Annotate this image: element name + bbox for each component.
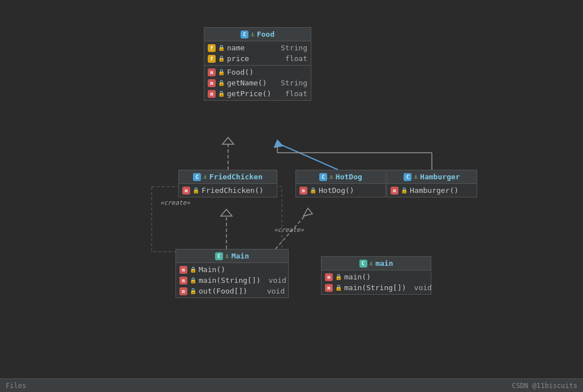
main-small-method-main-string: m 🔒 main(String[]) void [325, 282, 427, 293]
main-methods: m 🔒 Main() m 🔒 main(String[]) void m 🔒 o… [176, 263, 288, 298]
bottom-bar: Files CSDN @11biscuits [0, 378, 583, 392]
main-header: C ⚓ Main [176, 249, 288, 263]
friedchicken-constructor: m 🔒 FriedChicken() [182, 185, 273, 196]
svg-marker-1 [222, 137, 234, 144]
food-method-getname: m 🔒 getName() String [208, 77, 307, 88]
hamburger-class: C ⚓ Hamburger m 🔒 Hamburger() [387, 170, 477, 197]
main-small-header: C ⚓ main [321, 257, 431, 270]
food-fields: f 🔒 name String f 🔒 price float [204, 41, 311, 66]
friedchicken-class-name: FriedChicken [209, 173, 263, 181]
hamburger-methods: m 🔒 Hamburger() [387, 184, 477, 197]
files-label: Files [6, 382, 26, 390]
food-class-badge: C [241, 31, 248, 38]
hotdog-methods: m 🔒 HotDog() [296, 184, 385, 197]
hotdog-header: C ⚓ HotDog [296, 170, 385, 184]
food-header: C ⚓ Food [204, 28, 311, 41]
hotdog-class-name: HotDog [336, 173, 362, 181]
hotdog-constructor: m 🔒 HotDog() [299, 185, 382, 196]
food-anchor-icon: ⚓ [251, 31, 255, 38]
food-methods: m 🔒 Food() m 🔒 getName() String m 🔒 getP… [204, 66, 311, 100]
main-class: C ⚓ Main m 🔒 Main() m 🔒 main(String[]) v… [175, 249, 289, 298]
food-field-name: f 🔒 name String [208, 42, 307, 53]
friedchicken-class: C ⚓ FriedChicken m 🔒 FriedChicken() [178, 170, 277, 197]
friedchicken-header: C ⚓ FriedChicken [179, 170, 277, 184]
main-method-main: m 🔒 main(String[]) void [179, 275, 285, 286]
svg-marker-8 [221, 209, 232, 216]
main-class-name: Main [232, 252, 249, 260]
svg-text:«create»: «create» [160, 199, 190, 206]
svg-text:«create»: «create» [274, 226, 304, 234]
food-method-constructor: m 🔒 Food() [208, 67, 307, 77]
main-small-methods: m 🔒 main() m 🔒 main(String[]) void [321, 270, 431, 294]
svg-line-2 [277, 143, 338, 170]
svg-marker-3 [274, 140, 283, 148]
main-small-class-name: main [375, 259, 393, 268]
hamburger-header: C ⚓ Hamburger [387, 170, 477, 184]
friedchicken-methods: m 🔒 FriedChicken() [179, 184, 277, 197]
hotdog-class: C ⚓ HotDog m 🔒 HotDog() [295, 170, 386, 197]
hamburger-constructor: m 🔒 Hamburger() [391, 185, 473, 196]
diagram-container: «create» «create» C ⚓ Food f 🔒 name Stri… [0, 0, 583, 392]
main-small-class: C ⚓ main m 🔒 main() m 🔒 main(String[]) v… [321, 256, 431, 295]
main-small-method-main: m 🔒 main() [325, 272, 427, 282]
food-class: C ⚓ Food f 🔒 name String f 🔒 price float… [204, 27, 311, 101]
main-method-out: m 🔒 out(Food[]) void [179, 286, 285, 296]
food-method-getprice: m 🔒 getPrice() float [208, 88, 307, 99]
watermark: CSDN @11biscuits [512, 382, 577, 390]
svg-marker-10 [303, 208, 312, 216]
main-constructor: m 🔒 Main() [179, 264, 285, 275]
hamburger-class-name: Hamburger [420, 173, 460, 181]
food-class-name: Food [257, 30, 275, 38]
food-field-price: f 🔒 price float [208, 53, 307, 64]
